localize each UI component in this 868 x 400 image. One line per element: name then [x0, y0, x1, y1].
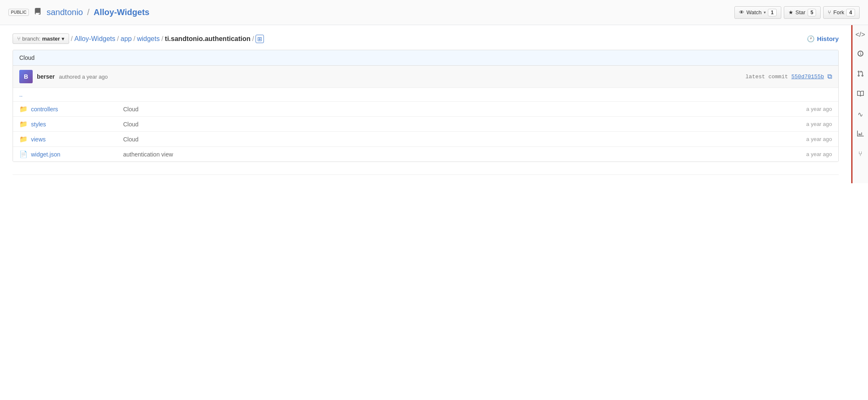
- breadcrumb-sep-2: /: [133, 35, 135, 43]
- branch-dropdown-arrow: ▾: [62, 36, 65, 42]
- breadcrumb-sep-1: /: [117, 35, 119, 43]
- breadcrumb-root-link[interactable]: Alloy-Widgets: [74, 35, 115, 43]
- copy-commit-icon[interactable]: ⧉: [827, 73, 832, 81]
- footer-divider: [13, 174, 839, 175]
- header: PUBLIC sandtonio / Alloy-Widgets 👁 Watch…: [0, 0, 868, 25]
- right-sidebar: </> ∿ ⑂: [851, 25, 868, 183]
- pulse-icon[interactable]: ∿: [856, 109, 865, 120]
- wiki-icon[interactable]: [855, 89, 865, 100]
- header-left: PUBLIC sandtonio / Alloy-Widgets: [8, 8, 734, 17]
- breadcrumb-sep-0: /: [71, 35, 72, 43]
- content-area: ⑂ branch: master ▾ / Alloy-Widgets / app…: [0, 25, 851, 183]
- main: ⑂ branch: master ▾ / Alloy-Widgets / app…: [0, 25, 868, 183]
- breadcrumb: ⑂ branch: master ▾ / Alloy-Widgets / app…: [13, 33, 264, 44]
- repo-separator: /: [87, 8, 90, 17]
- fork-button[interactable]: ⑂ Fork 4: [823, 6, 860, 19]
- fork-label: Fork: [833, 9, 844, 15]
- code-icon[interactable]: </>: [854, 29, 867, 40]
- fork-icon: ⑂: [828, 9, 831, 15]
- history-clock-icon: 🕐: [807, 35, 815, 43]
- commit-hash-link[interactable]: 550d70155b: [791, 74, 824, 80]
- history-button[interactable]: 🕐 History: [807, 35, 839, 43]
- watch-label: Watch: [747, 9, 762, 15]
- breadcrumb-sep-4: /: [252, 35, 254, 43]
- breadcrumb-app-link[interactable]: app: [121, 35, 132, 43]
- folder-icon-styles: 📁: [19, 120, 28, 128]
- header-actions: 👁 Watch ▾ 1 ★ Star 5 ⑂ Fork 4: [734, 6, 860, 19]
- public-badge: PUBLIC: [8, 9, 29, 16]
- commit-meta: authored a year ago: [59, 74, 108, 80]
- star-label: Star: [796, 9, 806, 15]
- file-age-controllers: a year ago: [790, 106, 832, 112]
- pull-request-icon[interactable]: [855, 69, 865, 80]
- avatar: B: [19, 70, 33, 83]
- parent-row: ..: [13, 88, 838, 102]
- file-age-widget-json: a year ago: [790, 151, 832, 157]
- commit-row-left: B berser authored a year ago: [19, 70, 746, 83]
- add-file-icon[interactable]: ⊞: [256, 35, 264, 43]
- star-icon: ★: [788, 9, 793, 15]
- file-row-widget-json: 📄 widget.json authentication view a year…: [13, 147, 838, 162]
- file-name-widget-json[interactable]: widget.json: [31, 151, 115, 158]
- repo-icon: [34, 8, 41, 17]
- file-message-widget-json: authentication view: [115, 151, 790, 158]
- graphs-icon[interactable]: [855, 128, 865, 140]
- folder-icon-views: 📁: [19, 135, 28, 143]
- info-icon[interactable]: [855, 49, 865, 60]
- commit-row-right: latest commit 550d70155b ⧉: [746, 73, 832, 81]
- fork-count: 4: [846, 9, 855, 16]
- history-label: History: [817, 35, 839, 42]
- file-age-styles: a year ago: [790, 121, 832, 127]
- parent-link[interactable]: ..: [19, 91, 23, 98]
- branch-label: branch:: [22, 36, 40, 42]
- watch-eye-icon: 👁: [739, 9, 744, 15]
- file-row-views: 📁 views Cloud a year ago: [13, 132, 838, 147]
- table-header-text: Cloud: [19, 54, 35, 61]
- branch-icon: ⑂: [17, 36, 21, 42]
- breadcrumb-current: ti.sandtonio.authentication: [165, 35, 251, 43]
- star-count: 5: [808, 9, 816, 16]
- repo-owner-link[interactable]: sandtonio: [46, 8, 83, 17]
- watch-button[interactable]: 👁 Watch ▾ 1: [734, 6, 781, 19]
- branch-name: master: [42, 36, 60, 42]
- file-age-views: a year ago: [790, 136, 832, 142]
- branch-selector[interactable]: ⑂ branch: master ▾: [13, 33, 69, 44]
- folder-icon-controllers: 📁: [19, 105, 28, 113]
- watch-dropdown-arrow: ▾: [764, 10, 766, 15]
- watch-count: 1: [768, 9, 777, 16]
- repo-name-link[interactable]: Alloy-Widgets: [94, 8, 150, 17]
- file-icon-widget-json: 📄: [19, 150, 28, 158]
- latest-commit-label: latest commit: [746, 74, 788, 80]
- star-button[interactable]: ★ Star 5: [784, 6, 821, 19]
- avatar-image: B: [19, 70, 33, 83]
- commit-author[interactable]: berser: [37, 73, 55, 80]
- file-table-header: Cloud: [13, 50, 838, 66]
- file-message-views: Cloud: [115, 136, 790, 143]
- settings-icon[interactable]: ⑂: [857, 149, 864, 159]
- commit-row: B berser authored a year ago latest comm…: [13, 66, 838, 88]
- file-name-styles[interactable]: styles: [31, 121, 115, 128]
- file-message-controllers: Cloud: [115, 106, 790, 113]
- file-name-controllers[interactable]: controllers: [31, 106, 115, 113]
- file-table: Cloud B berser authored a year ago lates…: [13, 50, 839, 162]
- file-name-views[interactable]: views: [31, 136, 115, 143]
- file-message-styles: Cloud: [115, 121, 790, 128]
- file-row-styles: 📁 styles Cloud a year ago: [13, 117, 838, 132]
- breadcrumb-row: ⑂ branch: master ▾ / Alloy-Widgets / app…: [13, 33, 839, 44]
- breadcrumb-sep-3: /: [161, 35, 163, 43]
- breadcrumb-widgets-link[interactable]: widgets: [137, 35, 160, 43]
- file-row-controllers: 📁 controllers Cloud a year ago: [13, 102, 838, 117]
